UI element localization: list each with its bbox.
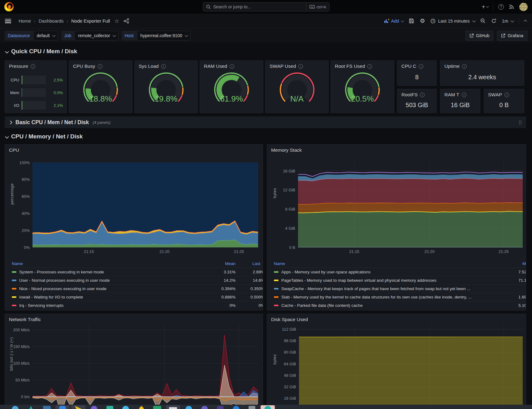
panel-ram-used: RAM Usedi 61.9% — [200, 60, 263, 113]
datasource-label: Datasource — [5, 31, 33, 41]
breadcrumb-current: Node Exporter Full — [71, 18, 110, 24]
shortcut-hint: ctrl+k — [306, 4, 326, 10]
legend-row[interactable]: Apps - Memory used by user-space applica… — [274, 268, 526, 276]
user-avatar[interactable] — [519, 3, 528, 11]
legend-header: Name Mean — [274, 260, 526, 268]
taskbar-app-icon[interactable] — [182, 405, 196, 409]
cpu-chart[interactable]: 0%20%40%60%80%100%21:1521:2021:25 — [5, 157, 263, 259]
legend-row[interactable]: Iowait - Waiting for I/O to complete 0.8… — [12, 293, 263, 301]
favorite-star-icon[interactable]: ☆ — [114, 18, 119, 24]
panel-root-fs-used: Root FS Usedi 20.5% — [331, 60, 394, 113]
legend-row[interactable]: SwapCache - Memory that keeps track of p… — [274, 284, 526, 293]
taskbar-app-icon[interactable] — [24, 405, 38, 409]
taskbar-app-icon[interactable] — [119, 405, 133, 409]
top-bar: Search or jump to... ctrl+k + ? — [0, 0, 532, 14]
series-color-swatch — [274, 288, 279, 289]
taskbar-app-icon[interactable] — [8, 405, 22, 409]
disk-chart[interactable]: 112 GiB96 GiB80 GiB64 GiB48 GiB32 GiB16 … — [267, 323, 526, 405]
github-link-button[interactable]: GitHub — [465, 31, 494, 41]
settings-gear-icon[interactable]: ⚙ — [420, 17, 425, 24]
legend-row[interactable]: Nice - Niced processes executing in user… — [12, 284, 263, 293]
taskbar-app-icon[interactable] — [103, 405, 117, 409]
breadcrumb: Home › Dashboards › Node Exporter Full — [19, 18, 110, 24]
panel-cpu-cores: CPU Ci 8 — [397, 60, 437, 86]
add-button[interactable]: Add — [384, 19, 404, 24]
share-icon[interactable] — [123, 18, 129, 24]
job-select[interactable]: remote_collector — [75, 31, 119, 41]
panel-network-traffic: Network Traffic bits out (-) / in (+) 20… — [5, 314, 263, 407]
info-icon[interactable]: i — [462, 64, 467, 69]
taskbar-app-icon[interactable] — [166, 405, 180, 409]
info-icon[interactable]: i — [230, 64, 234, 69]
help-icon[interactable]: ? — [498, 4, 504, 10]
legend-col-name[interactable]: Name — [274, 261, 518, 266]
section-basic-cpu-mem-net-disk[interactable]: Basic CPU / Mem / Net / Disk (4 panels) — [5, 116, 526, 128]
info-icon[interactable]: i — [367, 64, 372, 69]
taskbar-app-icon[interactable] — [213, 405, 227, 409]
svg-text:0 b/s: 0 b/s — [21, 394, 30, 399]
grafana-link-button[interactable]: Grafana — [497, 31, 527, 41]
job-label: Job — [61, 31, 75, 41]
pressure-row-cpu: CPU2.5% — [9, 76, 63, 84]
panel-disk-space-used: Disk Space Used bytes 112 GiB96 GiB80 Gi… — [267, 314, 526, 407]
info-icon[interactable]: i — [31, 64, 35, 69]
breadcrumb-dashboards[interactable]: Dashboards — [39, 18, 64, 24]
stat-value: 2.4 weeks — [440, 74, 524, 81]
memory-chart[interactable]: 0 B4 GiB8 GiB12 GiB16 GiB21:1521:2021:25 — [267, 157, 526, 259]
gauge-value: 61.9% — [200, 94, 263, 104]
taskbar-app-icon[interactable] — [87, 405, 101, 409]
zoom-out-icon[interactable] — [480, 18, 486, 24]
legend-col-last[interactable]: Last — [250, 261, 263, 266]
menu-icon[interactable] — [5, 19, 11, 23]
section-quick-cpu-mem-disk[interactable]: Quick CPU / Mem / Disk — [6, 48, 77, 55]
info-icon[interactable]: i — [161, 64, 166, 69]
network-chart[interactable]: 200 Mb/s150 Mb/s100 Mb/s50 Mb/s0 b/s — [5, 323, 263, 405]
panel-title: Memory Stack — [271, 147, 302, 153]
legend-row[interactable]: PageTables - Memory used to map between … — [274, 276, 526, 284]
info-icon[interactable]: i — [462, 93, 466, 97]
panel-title: Network Traffic — [9, 317, 41, 322]
info-icon[interactable]: i — [98, 64, 102, 69]
series-color-swatch — [12, 280, 16, 281]
info-icon[interactable]: i — [419, 64, 423, 69]
taskbar-app-icon[interactable] — [261, 405, 275, 409]
legend-row[interactable]: Irq - Servicing interrupts 0%0% — [12, 301, 263, 309]
taskbar[interactable] — [0, 405, 532, 409]
section-cpu-memory-net-disk[interactable]: CPU / Memory / Net / Disk — [6, 133, 83, 140]
legend-row[interactable]: System - Processes executing in kernel m… — [12, 268, 263, 276]
new-menu-button[interactable]: + — [482, 3, 488, 11]
taskbar-app-icon[interactable] — [197, 405, 212, 409]
save-icon[interactable] — [409, 18, 414, 24]
refresh-icon[interactable] — [491, 18, 496, 24]
datasource-select[interactable]: default — [33, 31, 58, 41]
panel-title: CPU — [9, 147, 19, 153]
variables-bar: Datasource default Job remote_collector … — [0, 28, 532, 42]
collapse-toolbar-icon[interactable] — [524, 20, 527, 23]
taskbar-app-icon[interactable] — [134, 405, 149, 409]
legend-row[interactable]: Cache - Parked file data (file content) … — [274, 301, 526, 309]
news-rss-icon[interactable] — [509, 4, 514, 10]
legend-col-name[interactable]: Name — [12, 261, 216, 266]
series-color-swatch — [12, 296, 16, 298]
search-input[interactable]: Search or jump to... ctrl+k — [203, 2, 330, 11]
breadcrumb-home[interactable]: Home — [19, 18, 31, 24]
legend-row[interactable]: Slab - Memory used by the kernel to cach… — [274, 293, 526, 301]
taskbar-app-icon[interactable] — [55, 405, 70, 409]
taskbar-app-icon[interactable] — [150, 405, 164, 409]
taskbar-app-icon[interactable] — [71, 405, 85, 409]
host-select[interactable]: hyperreal.coffee:9100 — [137, 31, 191, 41]
taskbar-app-icon[interactable] — [40, 405, 54, 409]
legend-col-mean[interactable]: Mean — [518, 261, 526, 266]
legend-col-mean[interactable]: Mean — [216, 261, 250, 266]
legend-row[interactable]: User - Normal processes executing in use… — [12, 276, 263, 284]
info-icon[interactable]: i — [298, 64, 303, 69]
grafana-logo-icon[interactable] — [4, 2, 14, 11]
taskbar-app-icon[interactable] — [229, 405, 243, 409]
time-range-picker[interactable]: Last 15 minutes — [430, 19, 474, 24]
info-icon[interactable]: i — [504, 93, 509, 97]
drag-handle-icon[interactable] — [519, 120, 522, 124]
info-icon[interactable]: i — [420, 93, 425, 97]
taskbar-app-icon[interactable] — [245, 405, 259, 409]
refresh-interval-select[interactable]: 1m — [502, 19, 513, 24]
gauge-value: N/A — [266, 94, 328, 104]
